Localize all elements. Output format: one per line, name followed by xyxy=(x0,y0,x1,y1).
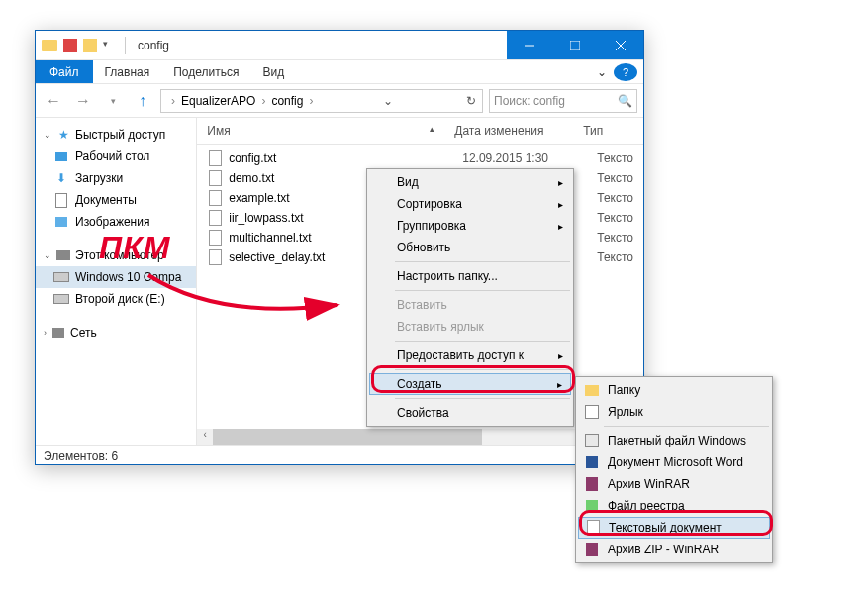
column-name[interactable]: Имя▴ xyxy=(197,118,444,144)
qat-dropdown-icon[interactable]: ▾ xyxy=(103,39,117,52)
menu-new-folder[interactable]: Папку xyxy=(578,379,770,401)
create-submenu: Папку Ярлык Пакетный файл Windows Докуме… xyxy=(575,376,773,563)
menu-sort[interactable]: Сортировка▸ xyxy=(369,193,571,215)
menu-create[interactable]: Создать▸ xyxy=(369,373,571,395)
home-tab[interactable]: Главная xyxy=(93,65,162,79)
label: Создать xyxy=(397,377,442,391)
downloads-icon: ⬇ xyxy=(53,170,69,186)
label: Группировка xyxy=(397,219,466,233)
qat-new-folder-icon[interactable] xyxy=(83,39,97,52)
column-headers: Имя▴ Дата изменения Тип xyxy=(197,118,643,145)
recent-dropdown[interactable]: ▾ xyxy=(101,89,125,113)
submenu-arrow-icon: ▸ xyxy=(557,379,562,390)
menu-properties[interactable]: Свойства xyxy=(369,402,571,424)
file-date: 12.09.2015 1:30 xyxy=(462,151,591,165)
batch-file-icon xyxy=(584,433,600,448)
search-placeholder: Поиск: config xyxy=(494,94,565,108)
menu-new-shortcut[interactable]: Ярлык xyxy=(578,401,770,423)
menu-new-word[interactable]: Документ Microsoft Word xyxy=(578,451,770,473)
menu-refresh[interactable]: Обновить xyxy=(369,237,571,258)
menu-separator xyxy=(395,369,570,370)
column-type[interactable]: Тип xyxy=(573,118,613,144)
address-dropdown-icon[interactable]: ⌄ xyxy=(377,94,399,108)
text-file-icon xyxy=(207,150,223,166)
chevron-right-icon: › xyxy=(169,94,177,108)
up-button[interactable]: ↑ xyxy=(131,89,154,113)
sidebar-desktop[interactable]: Рабочий стол xyxy=(36,146,196,167)
text-file-icon xyxy=(207,210,223,226)
close-button[interactable] xyxy=(598,31,643,59)
network-icon xyxy=(50,325,66,341)
submenu-arrow-icon: ▸ xyxy=(558,221,563,232)
back-button[interactable]: ← xyxy=(42,89,65,113)
view-tab[interactable]: Вид xyxy=(250,65,296,79)
text-file-icon xyxy=(585,520,601,536)
document-icon xyxy=(53,192,69,208)
breadcrumb[interactable]: config xyxy=(267,94,307,108)
star-icon: ★ xyxy=(55,127,71,143)
menu-separator xyxy=(395,261,570,262)
label: Архив WinRAR xyxy=(608,477,690,491)
chevron-right-icon: › xyxy=(307,94,315,108)
menu-new-text[interactable]: Текстовый документ xyxy=(578,517,770,539)
search-input[interactable]: Поиск: config 🔍 xyxy=(489,89,637,113)
chevron-right-icon: › xyxy=(259,94,267,108)
titlebar: ▾ config xyxy=(36,31,643,60)
label: Обновить xyxy=(397,241,450,254)
menu-new-reg[interactable]: Файл реестра xyxy=(578,495,770,517)
sidebar-downloads[interactable]: ⬇Загрузки xyxy=(36,167,196,189)
drive-icon xyxy=(53,291,69,307)
ribbon-expand-icon[interactable]: ⌄ xyxy=(590,65,614,79)
submenu-arrow-icon: ▸ xyxy=(558,199,563,210)
word-icon xyxy=(584,454,600,470)
address-field[interactable]: › EqualizerAPO › config › ⌄ ↻ xyxy=(160,89,483,113)
context-menu: Вид▸ Сортировка▸ Группировка▸ Обновить Н… xyxy=(366,168,574,427)
help-button[interactable]: ? xyxy=(614,63,637,81)
window-title: config xyxy=(134,39,169,52)
refresh-button[interactable]: ↻ xyxy=(460,94,482,108)
file-type: Тексто xyxy=(597,171,633,185)
label: Сеть xyxy=(70,326,97,340)
file-type: Тексто xyxy=(597,151,633,165)
minimize-button[interactable] xyxy=(507,31,552,59)
sidebar-documents[interactable]: Документы xyxy=(36,189,196,211)
qat-properties-icon[interactable] xyxy=(63,39,77,52)
ribbon: Файл Главная Поделиться Вид ⌄ ? xyxy=(36,60,643,84)
file-tab[interactable]: Файл xyxy=(36,60,93,83)
menu-give-access[interactable]: Предоставить доступ к▸ xyxy=(369,345,571,366)
label: Настроить папку... xyxy=(397,269,498,283)
share-tab[interactable]: Поделиться xyxy=(161,65,250,79)
label: Свойства xyxy=(397,406,449,420)
menu-new-winrar[interactable]: Архив WinRAR xyxy=(578,473,770,495)
image-icon xyxy=(53,214,69,230)
forward-button[interactable]: → xyxy=(71,89,95,113)
column-modified[interactable]: Дата изменения xyxy=(444,118,573,144)
label: Сортировка xyxy=(397,197,462,211)
menu-separator xyxy=(395,398,570,399)
sidebar-quick-access[interactable]: ⌄★Быстрый доступ xyxy=(36,124,196,146)
label: Пакетный файл Windows xyxy=(608,434,746,447)
status-bar: Элементов: 6 xyxy=(36,445,643,466)
menu-customize-folder[interactable]: Настроить папку... xyxy=(369,265,571,287)
maximize-button[interactable] xyxy=(552,31,598,59)
annotation-arrow xyxy=(139,265,356,335)
label: Загрузки xyxy=(75,171,123,185)
file-row[interactable]: config.txt12.09.2015 1:30Тексто xyxy=(197,148,643,168)
menu-separator xyxy=(395,290,570,291)
breadcrumb[interactable]: EqualizerAPO xyxy=(177,94,259,108)
item-count: Элементов: 6 xyxy=(44,449,118,463)
label: Папку xyxy=(608,383,640,397)
menu-new-batch[interactable]: Пакетный файл Windows xyxy=(578,430,770,451)
text-file-icon xyxy=(207,190,223,206)
label: Документы xyxy=(75,193,137,207)
label: Архив ZIP - WinRAR xyxy=(608,543,719,556)
label: Ярлык xyxy=(608,405,643,419)
submenu-arrow-icon: ▸ xyxy=(558,350,563,361)
svg-rect-1 xyxy=(570,41,580,50)
menu-view[interactable]: Вид▸ xyxy=(369,171,571,193)
scroll-thumb[interactable] xyxy=(213,429,482,445)
menu-new-zip[interactable]: Архив ZIP - WinRAR xyxy=(578,539,770,560)
menu-group[interactable]: Группировка▸ xyxy=(369,215,571,237)
scroll-left-button[interactable]: ‹ xyxy=(197,429,213,445)
label: Вставить ярлык xyxy=(397,320,484,334)
